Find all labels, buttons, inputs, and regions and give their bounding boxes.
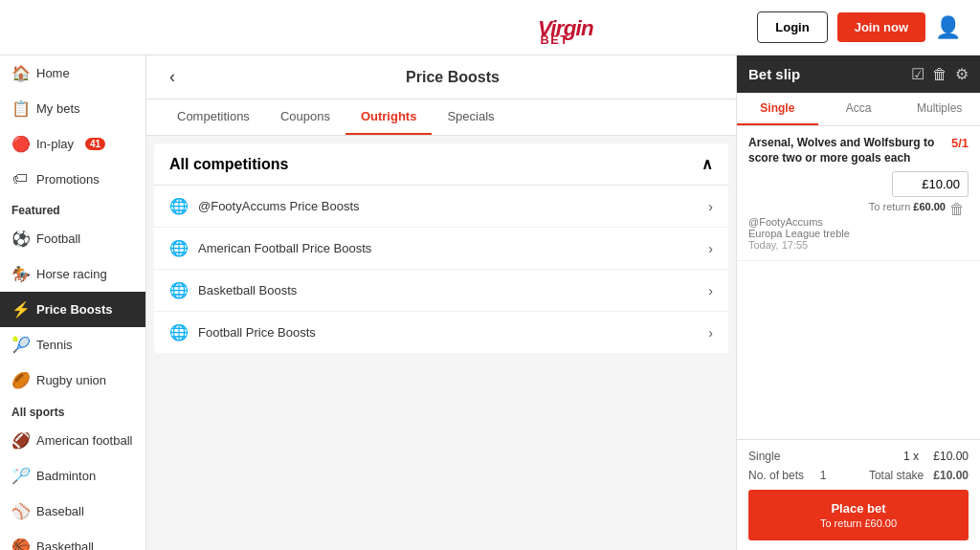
- settings-icon[interactable]: ⚙: [955, 65, 969, 83]
- check-icon[interactable]: ☑: [911, 65, 924, 83]
- american-football-icon: 🏈: [11, 431, 29, 450]
- sidebar-label-tennis: Tennis: [36, 338, 73, 352]
- bet-slip: Bet slip ☑ 🗑 ⚙ Single Acca Multiples Ars…: [736, 55, 980, 550]
- bet-return-value: £60.00: [913, 201, 946, 212]
- single-label: Single: [748, 450, 780, 463]
- content-header: ‹ Price Boosts: [146, 55, 736, 99]
- competition-row[interactable]: 🌐 Basketball Boosts ›: [154, 270, 728, 312]
- sidebar-item-home[interactable]: 🏠 Home: [0, 55, 145, 91]
- bet-slip-tab-single[interactable]: Single: [737, 93, 818, 125]
- baseball-icon: ⚾: [11, 502, 29, 520]
- logo-svg: Virgin BET: [534, 11, 611, 45]
- join-button[interactable]: Join now: [837, 12, 925, 42]
- login-button[interactable]: Login: [757, 11, 827, 43]
- chevron-right-icon-1: ›: [708, 199, 713, 214]
- bet-return: To return £60.00 🗑: [748, 201, 969, 212]
- sidebar-item-price-boosts[interactable]: ⚡ Price Boosts: [0, 292, 145, 327]
- sidebar-item-my-bets[interactable]: 📋 My bets: [0, 91, 145, 126]
- sidebar-item-football[interactable]: ⚽ Football: [0, 221, 145, 256]
- competition-name-2: American Football Price Boosts: [198, 241, 699, 255]
- all-competitions-header[interactable]: All competitions ∧: [154, 143, 728, 186]
- badminton-icon: 🏸: [11, 467, 29, 485]
- back-button[interactable]: ‹: [166, 67, 179, 87]
- bet-slip-title: Bet slip: [748, 66, 800, 82]
- sidebar-item-tennis[interactable]: 🎾 Tennis: [0, 327, 145, 363]
- in-play-badge: 41: [85, 138, 105, 150]
- trash-icon[interactable]: 🗑: [932, 66, 947, 83]
- sidebar-label-in-play: In-play: [36, 137, 74, 151]
- competition-name-1: @FootyAccums Price Boosts: [198, 199, 699, 213]
- sidebar-item-basketball[interactable]: 🏀 Basketball: [0, 529, 145, 550]
- home-icon: 🏠: [11, 64, 29, 82]
- sidebar-item-badminton[interactable]: 🏸 Badminton: [0, 458, 145, 494]
- bet-stake-input[interactable]: [892, 171, 969, 197]
- globe-icon-1: 🌐: [169, 197, 189, 215]
- tab-coupons[interactable]: Coupons: [265, 99, 345, 135]
- header-actions: Login Join now 👤: [757, 11, 961, 43]
- bet-source: @FootyAccums Europa League treble Today,…: [748, 216, 969, 251]
- promotions-icon: 🏷: [11, 170, 29, 187]
- bet-description: Arsenal, Wolves and Wolfsburg to score t…: [748, 136, 946, 165]
- sidebar-item-american-football[interactable]: 🏈 American football: [0, 423, 145, 458]
- bet-slip-header: Bet slip ☑ 🗑 ⚙: [737, 55, 980, 93]
- football-icon: ⚽: [11, 230, 29, 248]
- tab-outrights[interactable]: Outrights: [345, 99, 433, 135]
- bet-totals: No. of bets 1 Total stake £10.00: [748, 469, 969, 482]
- content-tabs: Competitions Coupons Outrights Specials: [146, 99, 736, 136]
- competitions-section: All competitions ∧ 🌐 @FootyAccums Price …: [154, 143, 728, 353]
- all-sports-section-label: All sports: [0, 398, 145, 423]
- user-icon[interactable]: 👤: [935, 15, 961, 40]
- bet-odds: 5/1: [951, 136, 969, 150]
- sidebar-item-horse-racing[interactable]: 🏇 Horse racing: [0, 256, 145, 292]
- bet-slip-icons: ☑ 🗑 ⚙: [911, 65, 969, 83]
- competition-row[interactable]: 🌐 @FootyAccums Price Boosts ›: [154, 186, 728, 228]
- delete-bet-button[interactable]: 🗑: [946, 201, 969, 218]
- rugby-union-icon: 🏉: [11, 371, 29, 389]
- place-bet-button[interactable]: Place bet To return £60.00: [748, 490, 969, 540]
- price-boosts-icon: ⚡: [11, 300, 29, 319]
- featured-section-label: Featured: [0, 196, 145, 221]
- sidebar-item-baseball[interactable]: ⚾ Baseball: [0, 494, 145, 529]
- sidebar-label-badminton: Badminton: [36, 469, 96, 483]
- sidebar: 🏠 Home 📋 My bets 🔴 In-play 41 🏷 Promotio…: [0, 55, 146, 550]
- competition-name-4: Football Price Boosts: [198, 325, 699, 340]
- bet-date: Today, 17:55: [748, 239, 808, 251]
- in-play-icon: 🔴: [11, 135, 29, 153]
- horse-racing-icon: 🏇: [11, 265, 29, 283]
- single-value: 1 x £10.00: [903, 450, 969, 463]
- sidebar-label-basketball: Basketball: [36, 539, 94, 550]
- all-competitions-label: All competitions: [169, 156, 288, 173]
- sidebar-label-football: Football: [36, 231, 80, 246]
- sidebar-label-home: Home: [36, 66, 70, 80]
- bet-summary-single: Single 1 x £10.00: [748, 450, 969, 463]
- sidebar-item-in-play[interactable]: 🔴 In-play 41: [0, 126, 145, 162]
- svg-text:BET: BET: [541, 33, 569, 45]
- place-bet-sub: To return £60.00: [820, 517, 897, 529]
- bet-slip-tab-acca[interactable]: Acca: [818, 93, 900, 125]
- sidebar-label-horse-racing: Horse racing: [36, 267, 107, 281]
- my-bets-icon: 📋: [11, 99, 29, 118]
- logo: Virgin BET: [389, 11, 758, 45]
- competition-row[interactable]: 🌐 American Football Price Boosts ›: [154, 228, 728, 270]
- sidebar-label-baseball: Baseball: [36, 504, 84, 518]
- bet-slip-tabs: Single Acca Multiples: [737, 93, 980, 126]
- competition-row[interactable]: 🌐 Football Price Boosts ›: [154, 312, 728, 353]
- sidebar-label-promotions: Promotions: [36, 172, 100, 187]
- tab-competitions[interactable]: Competitions: [162, 99, 265, 135]
- content-area: ‹ Price Boosts Competitions Coupons Outr…: [146, 55, 736, 550]
- tab-specials[interactable]: Specials: [432, 99, 509, 135]
- bet-slip-tab-multiples[interactable]: Multiples: [899, 93, 980, 125]
- place-bet-label: Place bet: [831, 501, 885, 516]
- sidebar-item-promotions[interactable]: 🏷 Promotions: [0, 162, 145, 196]
- bet-slip-footer: Single 1 x £10.00 No. of bets 1 Total st…: [737, 439, 980, 550]
- header: Virgin BET Login Join now 👤: [0, 0, 980, 55]
- sidebar-item-rugby-union[interactable]: 🏉 Rugby union: [0, 363, 145, 398]
- bet-item-header: Arsenal, Wolves and Wolfsburg to score t…: [748, 136, 969, 165]
- bet-item: Arsenal, Wolves and Wolfsburg to score t…: [737, 126, 980, 261]
- sidebar-label-rugby-union: Rugby union: [36, 373, 106, 387]
- total-stake: Total stake £10.00: [869, 469, 969, 482]
- sidebar-label-my-bets: My bets: [36, 101, 80, 116]
- bet-input-row: [748, 171, 969, 197]
- globe-icon-3: 🌐: [169, 281, 189, 299]
- globe-icon-2: 🌐: [169, 239, 189, 257]
